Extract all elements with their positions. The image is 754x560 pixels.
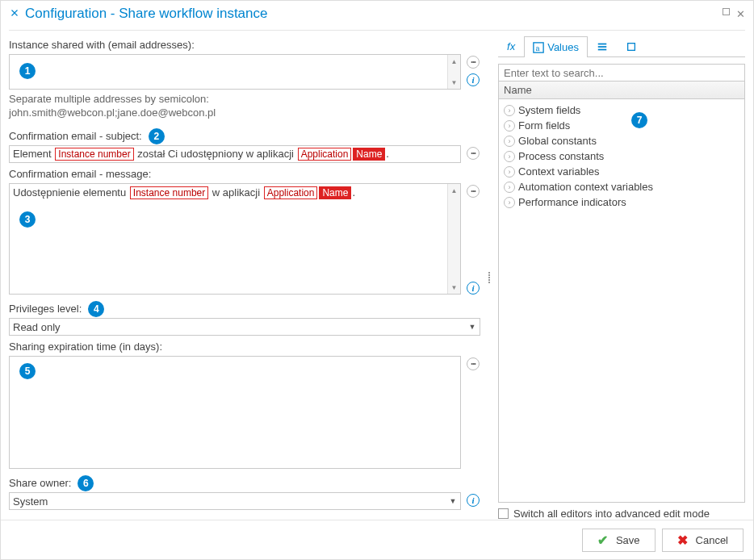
privileges-value: Read only: [13, 321, 61, 333]
token-name[interactable]: Name: [319, 186, 351, 199]
tree-item-label: Automation context variables: [518, 181, 653, 193]
advanced-mode-label: Switch all editors into advanced edit mo…: [513, 508, 710, 520]
tools-icon: [9, 7, 20, 21]
subject-editor[interactable]: Element Instance number został Ci udostę…: [9, 145, 461, 163]
left-column: Instance shared with (email addresses): …: [9, 36, 480, 520]
svg-rect-5: [628, 43, 635, 50]
scroll-up-icon[interactable]: ▲: [448, 55, 460, 68]
scrollbar[interactable]: ▲ ▼: [447, 184, 460, 294]
search-input[interactable]: [498, 64, 745, 81]
list-icon: [597, 41, 608, 52]
svg-text:a: a: [536, 44, 540, 52]
check-icon: ✔: [597, 533, 608, 548]
token-instance-number[interactable]: Instance number: [55, 148, 133, 161]
tabs: fx a Values: [498, 36, 745, 57]
token-instance-number[interactable]: Instance number: [130, 186, 208, 199]
tree[interactable]: ›System fields ›Form fields ›Global cons…: [498, 99, 745, 503]
subject-label: Confirmation email - subject:: [9, 130, 142, 142]
tree-item-label: Performance indicators: [518, 196, 626, 208]
shared-with-editor[interactable]: 1 ▲ ▼: [9, 54, 461, 90]
expiration-editor[interactable]: 5: [9, 356, 461, 469]
annotation-2: 2: [149, 128, 165, 144]
save-button[interactable]: ✔ Save: [582, 529, 656, 552]
more-options-icon[interactable]: •••: [467, 185, 480, 198]
more-options-icon[interactable]: •••: [467, 147, 480, 160]
expiration-label: Sharing expiration time (in days):: [9, 341, 480, 353]
more-options-icon[interactable]: •••: [467, 357, 480, 370]
expand-icon[interactable]: ›: [504, 151, 515, 162]
token-application[interactable]: Application: [264, 186, 318, 199]
drag-handle-icon[interactable]: [488, 271, 490, 284]
scroll-down-icon[interactable]: ▼: [448, 76, 460, 89]
token-name[interactable]: Name: [353, 148, 385, 161]
tree-item[interactable]: ›Form fields: [502, 118, 741, 133]
tab-label: Values: [547, 41, 579, 53]
advanced-mode-checkbox[interactable]: Switch all editors into advanced edit mo…: [498, 508, 745, 520]
tree-item[interactable]: ›Performance indicators: [502, 194, 741, 210]
subject-text: .: [386, 148, 389, 160]
subject-text: Element: [13, 148, 52, 160]
checkbox-icon[interactable]: [498, 508, 509, 519]
annotation-1: 1: [19, 63, 36, 79]
expand-icon[interactable]: ›: [504, 166, 515, 178]
message-text: w aplikacji: [212, 186, 260, 199]
cancel-button[interactable]: ✖ Cancel: [662, 529, 744, 552]
message-label: Confirmation email - message:: [9, 168, 480, 180]
tree-item[interactable]: ›Automation context variables: [502, 179, 741, 194]
info-icon[interactable]: i: [467, 282, 480, 295]
maximize-icon[interactable]: [723, 8, 730, 15]
tree-item-label: Context variables: [518, 165, 599, 178]
separator: [9, 30, 745, 31]
message-editor[interactable]: Udostępnienie elementu Instance number w…: [9, 183, 461, 295]
tree-item[interactable]: ›Context variables: [502, 164, 741, 179]
expand-icon[interactable]: ›: [504, 197, 515, 208]
info-icon[interactable]: i: [467, 494, 480, 507]
tree-item-label: Process constants: [518, 150, 604, 162]
annotation-5: 5: [19, 363, 36, 379]
button-label: Save: [616, 534, 640, 546]
fx-icon: fx: [507, 40, 515, 52]
scrollbar[interactable]: ▲ ▼: [447, 55, 460, 89]
privileges-select[interactable]: Read only ▼: [9, 318, 480, 336]
splitter[interactable]: [487, 36, 492, 520]
right-column: fx a Values Name ›System fields ›Form fi…: [498, 36, 745, 520]
expand-icon[interactable]: ›: [504, 136, 515, 147]
annotation-7: 7: [631, 112, 647, 128]
tree-item[interactable]: ›Process constants: [502, 148, 741, 164]
chevron-down-icon[interactable]: ▼: [446, 493, 460, 509]
tab-fx[interactable]: fx: [498, 36, 524, 56]
token-application[interactable]: Application: [298, 148, 352, 161]
annotation-3: 3: [19, 211, 36, 228]
scroll-up-icon[interactable]: ▲: [448, 184, 460, 197]
values-icon: a: [533, 42, 544, 53]
tab-values[interactable]: a Values: [524, 36, 588, 57]
close-window-icon[interactable]: ✕: [736, 8, 745, 20]
expand-icon[interactable]: ›: [504, 182, 515, 193]
subject-text: został Ci udostępniony w aplikacji: [137, 148, 294, 160]
cross-icon: ✖: [677, 533, 688, 548]
chevron-down-icon[interactable]: ▼: [465, 319, 480, 335]
shared-with-hint: Separate multiple addresses by semicolon…: [9, 93, 480, 105]
info-icon[interactable]: i: [467, 73, 480, 86]
annotation-6: 6: [77, 475, 94, 491]
owner-value: System: [13, 495, 48, 508]
scroll-down-icon[interactable]: ▼: [448, 281, 460, 294]
shared-with-label: Instance shared with (email addresses):: [9, 39, 480, 51]
owner-select[interactable]: System ▼: [9, 492, 461, 510]
tab-object[interactable]: [617, 36, 646, 56]
expand-icon[interactable]: ›: [504, 120, 515, 132]
tab-list[interactable]: [588, 36, 617, 56]
tree-item-label: System fields: [518, 104, 580, 116]
tree-item-label: Global constants: [518, 135, 597, 147]
privileges-label: Privileges level:: [9, 303, 82, 315]
shared-with-example: john.smith@webcon.pl;jane.doe@webcon.pl: [9, 107, 480, 119]
tree-item[interactable]: ›Global constants: [502, 133, 741, 148]
message-text: Udostępnienie elementu: [13, 186, 126, 199]
expand-icon[interactable]: ›: [504, 105, 515, 116]
button-label: Cancel: [696, 534, 728, 546]
tree-item[interactable]: ›System fields: [502, 102, 741, 118]
tree-header[interactable]: Name: [498, 81, 745, 99]
object-icon: [626, 41, 637, 52]
more-options-icon[interactable]: •••: [467, 56, 480, 69]
message-text: .: [352, 186, 355, 199]
